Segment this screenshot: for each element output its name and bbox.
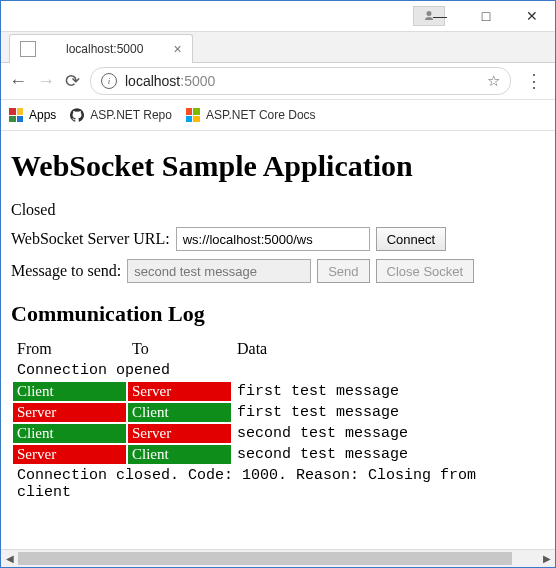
page-content: WebSocket Sample Application Closed WebS…: [1, 131, 555, 549]
toolbar: ← → ⟳ i localhost:5000 ☆ ⋮: [1, 63, 555, 100]
tab-strip: localhost:5000 ×: [1, 32, 555, 63]
state-label: Closed: [11, 201, 545, 219]
bookmark-aspnet-repo[interactable]: ASP.NET Repo: [70, 108, 172, 122]
tab-title: localhost:5000: [66, 42, 143, 56]
bookmark-label: ASP.NET Core Docs: [206, 108, 316, 122]
log-row: ServerClientfirst test message: [13, 403, 543, 422]
favicon-icon: [20, 41, 36, 57]
address-bar[interactable]: i localhost:5000 ☆: [90, 67, 511, 95]
close-window-button[interactable]: ✕: [509, 1, 555, 31]
scroll-right-icon[interactable]: ▶: [538, 550, 555, 567]
log-cell-to: Client: [128, 403, 231, 422]
log-row: Connection opened: [13, 361, 543, 380]
col-to: To: [128, 339, 231, 359]
log-row: ClientServerfirst test message: [13, 382, 543, 401]
microsoft-icon: [186, 108, 200, 122]
titlebar: — □ ✕: [1, 1, 555, 32]
scroll-thumb[interactable]: [18, 552, 512, 565]
window-controls: — □ ✕: [417, 1, 555, 31]
log-info: Connection opened: [13, 361, 543, 380]
apps-icon: [9, 108, 23, 122]
bookmark-label: ASP.NET Repo: [90, 108, 172, 122]
apps-label: Apps: [29, 108, 56, 122]
col-from: From: [13, 339, 126, 359]
log-cell-from: Client: [13, 382, 126, 401]
minimize-button[interactable]: —: [417, 1, 463, 31]
close-socket-button[interactable]: Close Socket: [376, 259, 475, 283]
log-cell-from: Server: [13, 403, 126, 422]
log-heading: Communication Log: [11, 301, 545, 327]
ws-url-label: WebSocket Server URL:: [11, 230, 170, 248]
log-cell-data: first test message: [233, 403, 543, 422]
horizontal-scrollbar[interactable]: ◀ ▶: [1, 549, 555, 567]
message-label: Message to send:: [11, 262, 121, 280]
ws-url-row: WebSocket Server URL: Connect: [11, 227, 545, 251]
maximize-button[interactable]: □: [463, 1, 509, 31]
menu-button[interactable]: ⋮: [521, 70, 547, 92]
log-cell-data: first test message: [233, 382, 543, 401]
bookmark-aspnet-core-docs[interactable]: ASP.NET Core Docs: [186, 108, 316, 122]
message-row: Message to send: Send Close Socket: [11, 259, 545, 283]
github-icon: [70, 108, 84, 122]
log-cell-data: second test message: [233, 445, 543, 464]
bookmark-star-icon[interactable]: ☆: [487, 72, 500, 90]
ws-url-input[interactable]: [176, 227, 370, 251]
log-row: ClientServersecond test message: [13, 424, 543, 443]
browser-window: — □ ✕ localhost:5000 × ← → ⟳ i localhost…: [0, 0, 556, 568]
log-cell-to: Server: [128, 382, 231, 401]
log-row: Connection closed. Code: 1000. Reason: C…: [13, 466, 543, 502]
browser-tab[interactable]: localhost:5000 ×: [9, 34, 193, 63]
log-cell-to: Server: [128, 424, 231, 443]
site-info-icon[interactable]: i: [101, 73, 117, 89]
log-table: From To Data Connection openedClientServ…: [11, 337, 545, 504]
apps-shortcut[interactable]: Apps: [9, 108, 56, 122]
send-button[interactable]: Send: [317, 259, 369, 283]
log-cell-data: second test message: [233, 424, 543, 443]
log-header-row: From To Data: [13, 339, 543, 359]
back-button[interactable]: ←: [9, 71, 27, 92]
url-text: localhost:5000: [125, 73, 215, 89]
forward-button: →: [37, 71, 55, 92]
scroll-track[interactable]: [18, 550, 538, 567]
close-tab-button[interactable]: ×: [173, 42, 181, 56]
reload-button[interactable]: ⟳: [65, 70, 80, 92]
log-row: ServerClientsecond test message: [13, 445, 543, 464]
bookmarks-bar: Apps ASP.NET Repo ASP.NET Core Docs: [1, 100, 555, 131]
connect-button[interactable]: Connect: [376, 227, 446, 251]
page-title: WebSocket Sample Application: [11, 149, 545, 183]
col-data: Data: [233, 339, 543, 359]
scroll-left-icon[interactable]: ◀: [1, 550, 18, 567]
log-info: Connection closed. Code: 1000. Reason: C…: [13, 466, 543, 502]
log-cell-from: Client: [13, 424, 126, 443]
log-cell-to: Client: [128, 445, 231, 464]
message-input[interactable]: [127, 259, 311, 283]
log-cell-from: Server: [13, 445, 126, 464]
